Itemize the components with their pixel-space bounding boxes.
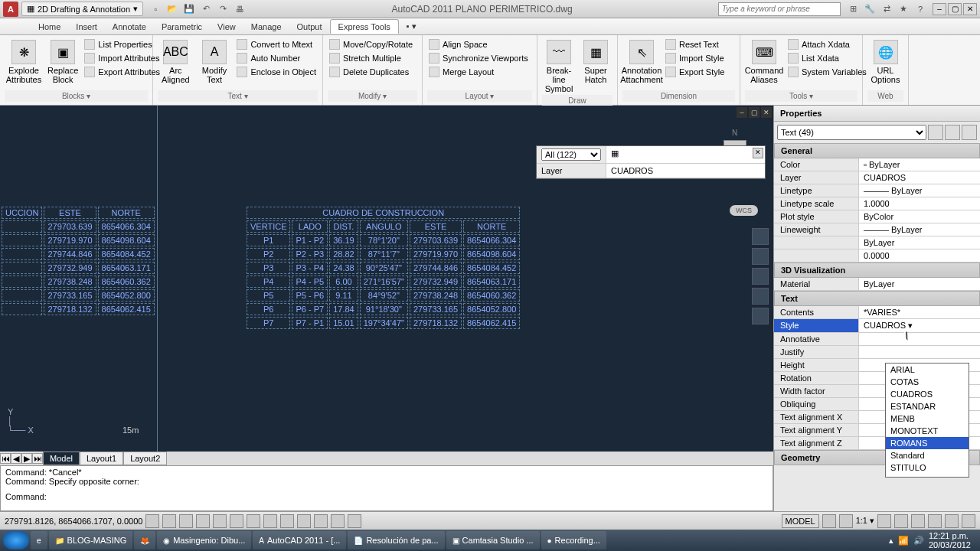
style-option-standard[interactable]: Standard <box>886 449 969 461</box>
taskbar-autocad[interactable]: A AutoCAD 2011 - [... <box>253 531 346 549</box>
prop-annotative[interactable] <box>858 333 980 345</box>
cat-text[interactable]: Text <box>774 291 980 306</box>
tab-extra-icon[interactable]: ▪ ▾ <box>399 19 424 34</box>
panel-blocks[interactable]: Blocks ▾ <box>5 90 148 102</box>
taskbar-resolucion[interactable]: 📄 Resolución de pa... <box>348 531 444 549</box>
star-icon[interactable]: ★ <box>897 3 910 15</box>
command-aliases-button[interactable]: ⌨Command Aliases <box>745 38 783 90</box>
prop-material[interactable]: ByLayer <box>858 278 980 290</box>
showmotion-icon[interactable] <box>752 308 769 324</box>
taskbar-explorer[interactable]: 📁 BLOG-MASING <box>49 531 133 549</box>
qp-toggle[interactable] <box>331 514 345 528</box>
prop-color[interactable]: ▫ ByLayer <box>858 158 980 171</box>
tab-layout1[interactable]: Layout1 <box>80 452 123 465</box>
align-space-button[interactable]: Align Space <box>427 38 530 51</box>
select-objects-icon[interactable] <box>945 125 960 140</box>
tab-view[interactable]: View <box>210 20 243 34</box>
taskbar-firefox[interactable]: 🦊 <box>134 531 155 549</box>
command-window[interactable]: Command: *Cancel* Command: Specify oppos… <box>0 465 773 511</box>
ducs-toggle[interactable] <box>263 514 277 528</box>
help-icon[interactable]: ? <box>914 3 926 15</box>
panel-text[interactable]: Text ▾ <box>158 90 318 102</box>
otrack-toggle[interactable] <box>247 514 260 528</box>
wcs-badge[interactable]: WCS <box>730 205 758 216</box>
prop-style[interactable]: CUADROS ▾ <box>858 319 980 332</box>
merge-layout-button[interactable]: Merge Layout <box>427 66 530 78</box>
style-option-menb[interactable]: MENB <box>886 412 969 425</box>
save-icon[interactable]: 💾 <box>183 3 195 15</box>
key-icon[interactable]: 🔧 <box>864 3 876 15</box>
auto-number-button[interactable]: Auto Number <box>235 52 318 64</box>
tab-model[interactable]: Model <box>43 452 80 465</box>
stretch-multiple-button[interactable]: Stretch Multiple <box>328 52 414 64</box>
taskbar-ie[interactable]: e <box>31 531 47 549</box>
viewcube-north[interactable]: N <box>732 129 737 137</box>
app-logo[interactable]: A <box>3 2 18 17</box>
isolate-objects-icon[interactable] <box>945 514 959 528</box>
search-input[interactable] <box>718 2 841 16</box>
hardware-accel-icon[interactable] <box>928 514 942 528</box>
style-option-estandar[interactable]: ESTANDAR <box>886 400 969 412</box>
prop-hyperlink[interactable]: ByLayer <box>858 236 980 249</box>
attach-xdata-button[interactable]: Attach Xdata <box>786 38 868 51</box>
maximize-button[interactable]: ▢ <box>948 3 962 15</box>
enclose-object-button[interactable]: Enclose in Object <box>235 66 318 78</box>
prop-linetype[interactable]: ——— ByLayer <box>858 184 980 197</box>
zoom-icon[interactable] <box>752 268 769 285</box>
tab-home[interactable]: Home <box>31 20 68 34</box>
super-hatch-button[interactable]: ▦Super Hatch <box>579 38 612 95</box>
style-option-cuadros[interactable]: CUADROS <box>886 388 969 400</box>
toolbar-lock-icon[interactable] <box>911 514 925 528</box>
modify-text-button[interactable]: AModify Text <box>197 38 233 90</box>
tpy-toggle[interactable] <box>314 514 328 528</box>
sync-viewports-button[interactable]: Synchronize Viewports <box>427 52 530 64</box>
list-properties-button[interactable]: List Properties <box>83 38 162 51</box>
prop-thickness[interactable]: 0.0000 <box>858 249 980 262</box>
quickprops-picker-icon[interactable]: ▦ <box>611 148 619 158</box>
start-button[interactable] <box>3 531 29 549</box>
arc-aligned-button[interactable]: ABCArc Aligned <box>158 38 194 90</box>
panel-modify[interactable]: Modify ▾ <box>328 90 417 102</box>
url-options-button[interactable]: 🌐URL Options <box>867 38 903 90</box>
quick-select-icon[interactable] <box>962 125 977 140</box>
convert-mtext-button[interactable]: Convert to Mtext <box>235 38 318 51</box>
style-option-arial[interactable]: ARIAL <box>886 364 969 376</box>
minimize-button[interactable]: – <box>933 3 946 15</box>
quickprops-close-button[interactable]: ✕ <box>753 148 763 158</box>
3dosnap-toggle[interactable] <box>230 514 243 528</box>
infocenter-icon[interactable]: ⊞ <box>847 3 859 15</box>
sc-toggle[interactable] <box>348 514 361 528</box>
tab-insert[interactable]: Insert <box>68 20 105 34</box>
tab-output[interactable]: Output <box>289 20 330 34</box>
taskbar-recording[interactable]: ● Recording... <box>541 531 606 549</box>
quickprops-selector[interactable]: All (122) <box>541 148 601 161</box>
annotation-attachment-button[interactable]: ⇖Annotation Attachment <box>622 38 661 90</box>
prop-linetype-scale[interactable]: 1.0000 <box>858 197 980 210</box>
export-attributes-button[interactable]: Export Attributes <box>83 66 162 78</box>
tab-parametric[interactable]: Parametric <box>154 20 210 34</box>
breakline-button[interactable]: 〰Break-line Symbol <box>542 38 576 95</box>
list-xdata-button[interactable]: List Xdata <box>786 52 868 64</box>
properties-object-selector[interactable]: Text (49) <box>777 125 926 140</box>
style-dropdown[interactable]: ARIALCOTASCUADROSESTANDARMENBMONOTEXTROM… <box>885 363 969 478</box>
tab-last-icon[interactable]: ⏭ <box>32 453 43 464</box>
tab-express-tools[interactable]: Express Tools <box>330 19 399 34</box>
tab-manage[interactable]: Manage <box>243 20 289 34</box>
move-copy-rotate-button[interactable]: Move/Copy/Rotate <box>328 38 414 51</box>
new-icon[interactable]: ▫ <box>149 3 162 15</box>
prop-contents[interactable]: *VARIES* <box>858 306 980 318</box>
print-icon[interactable]: 🖶 <box>234 3 246 15</box>
explode-attributes-button[interactable]: ❋Explode Attributes <box>5 38 43 90</box>
prop-layer[interactable]: CUADROS <box>858 171 980 184</box>
tray-volume-icon[interactable]: 🔊 <box>913 536 924 546</box>
system-variables-button[interactable]: System Variables <box>786 66 868 78</box>
tab-next-icon[interactable]: ▶ <box>21 453 32 464</box>
prop-justify[interactable] <box>858 346 980 358</box>
tray-show-hidden-icon[interactable]: ▴ <box>889 536 893 546</box>
cmd-prompt[interactable]: Command: <box>5 492 768 501</box>
export-style-button[interactable]: Export Style <box>664 66 726 78</box>
quickview-drawings-icon[interactable] <box>839 514 853 528</box>
tab-annotate[interactable]: Annotate <box>105 20 154 34</box>
close-button[interactable]: ✕ <box>963 3 977 15</box>
tray-clock[interactable]: 12:21 p.m.20/03/2012 <box>929 531 971 549</box>
